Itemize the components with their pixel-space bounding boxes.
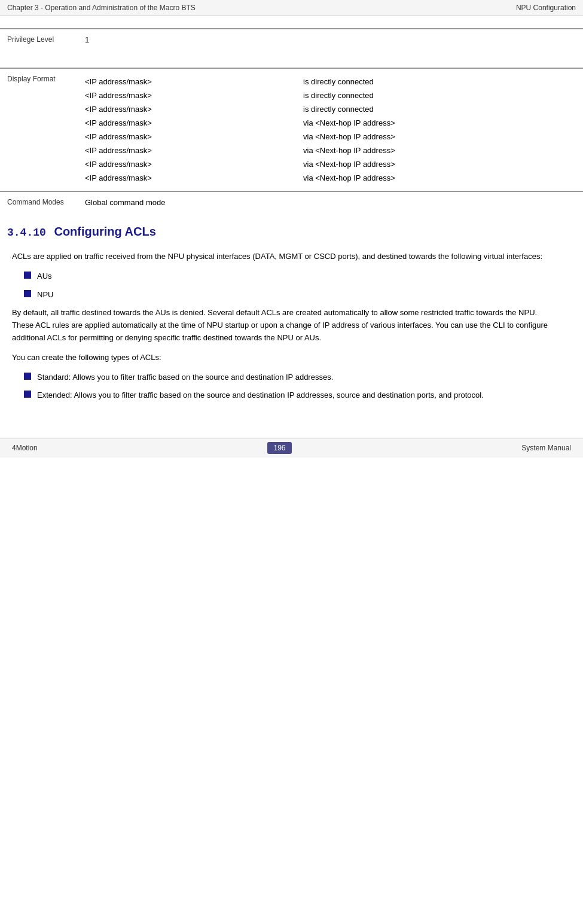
table-row: <IP address/mask>via <Next-hop IP addres… — [85, 157, 571, 171]
table-row: <IP address/mask>is directly connected — [85, 75, 571, 89]
display-format-col1: <IP address/mask> — [85, 102, 303, 116]
list-item: NPU — [24, 289, 559, 301]
page-header: Chapter 3 - Operation and Administration… — [0, 0, 583, 16]
display-format-col1: <IP address/mask> — [85, 144, 303, 157]
display-format-label: Display Format — [0, 68, 79, 191]
table-row: <IP address/mask>is directly connected — [85, 102, 571, 116]
list-item: Standard: Allows you to filter traffic b… — [24, 371, 559, 384]
list-item-text: Extended: Allows you to filter traffic b… — [37, 389, 484, 402]
command-modes-section: Command Modes Global command mode — [0, 191, 583, 213]
main-content: Privilege Level 1 Display Format <IP add… — [0, 16, 583, 426]
display-format-col2: via <Next-hop IP address> — [303, 130, 571, 144]
display-format-col2: via <Next-hop IP address> — [303, 171, 571, 185]
section-heading-area: 3.4.10 Configuring ACLs — [0, 213, 583, 245]
footer-left: 4Motion — [12, 444, 38, 452]
section-intro3: You can create the following types of AC… — [12, 352, 559, 364]
table-row: <IP address/mask>is directly connected — [85, 89, 571, 102]
bullet-icon — [24, 272, 31, 279]
display-format-col1: <IP address/mask> — [85, 116, 303, 130]
display-format-col2: via <Next-hop IP address> — [303, 116, 571, 130]
display-format-col1: <IP address/mask> — [85, 171, 303, 185]
header-right: NPU Configuration — [516, 4, 576, 12]
display-format-col2: via <Next-hop IP address> — [303, 144, 571, 157]
display-format-col1: <IP address/mask> — [85, 130, 303, 144]
display-format-col1: <IP address/mask> — [85, 157, 303, 171]
list-item-text: AUs — [37, 270, 52, 283]
display-format-col2: via <Next-hop IP address> — [303, 157, 571, 171]
table-row: <IP address/mask>via <Next-hop IP addres… — [85, 144, 571, 157]
display-format-col2: is directly connected — [303, 75, 571, 89]
bullet-list-1: AUsNPU — [24, 270, 559, 301]
command-modes-label: Command Modes — [0, 191, 79, 213]
display-format-col2: is directly connected — [303, 89, 571, 102]
privilege-level-section: Privilege Level 1 — [0, 28, 583, 68]
bullet-list-2: Standard: Allows you to filter traffic b… — [24, 371, 559, 402]
list-item: Extended: Allows you to filter traffic b… — [24, 389, 559, 402]
page-footer: 4Motion 196 System Manual — [0, 438, 583, 458]
command-modes-value: Global command mode — [79, 191, 583, 213]
display-format-table: <IP address/mask>is directly connected<I… — [85, 75, 571, 185]
display-format-col1: <IP address/mask> — [85, 75, 303, 89]
table-row: <IP address/mask>via <Next-hop IP addres… — [85, 171, 571, 185]
list-item-text: NPU — [37, 289, 53, 301]
list-item: AUs — [24, 270, 559, 283]
display-format-col1: <IP address/mask> — [85, 89, 303, 102]
header-left: Chapter 3 - Operation and Administration… — [7, 4, 196, 12]
privilege-level-label: Privilege Level — [0, 29, 79, 68]
display-format-content: <IP address/mask>is directly connected<I… — [79, 68, 583, 191]
footer-page: 196 — [267, 442, 291, 454]
display-format-col2: is directly connected — [303, 102, 571, 116]
bullet-icon — [24, 391, 31, 398]
table-row: <IP address/mask>via <Next-hop IP addres… — [85, 116, 571, 130]
table-row: <IP address/mask>via <Next-hop IP addres… — [85, 130, 571, 144]
list-item-text: Standard: Allows you to filter traffic b… — [37, 371, 333, 384]
section-number: 3.4.10 — [7, 227, 46, 239]
footer-right: System Manual — [521, 444, 571, 452]
bullet-icon — [24, 290, 31, 297]
bullet-icon — [24, 373, 31, 380]
section-intro1: ACLs are applied on traffic received fro… — [12, 251, 559, 263]
section-body: ACLs are applied on traffic received fro… — [0, 245, 583, 414]
section-title: Configuring ACLs — [54, 225, 155, 238]
display-format-section: Display Format <IP address/mask>is direc… — [0, 68, 583, 191]
section-intro2: By default, all traffic destined towards… — [12, 307, 559, 344]
privilege-level-value: 1 — [79, 29, 583, 68]
